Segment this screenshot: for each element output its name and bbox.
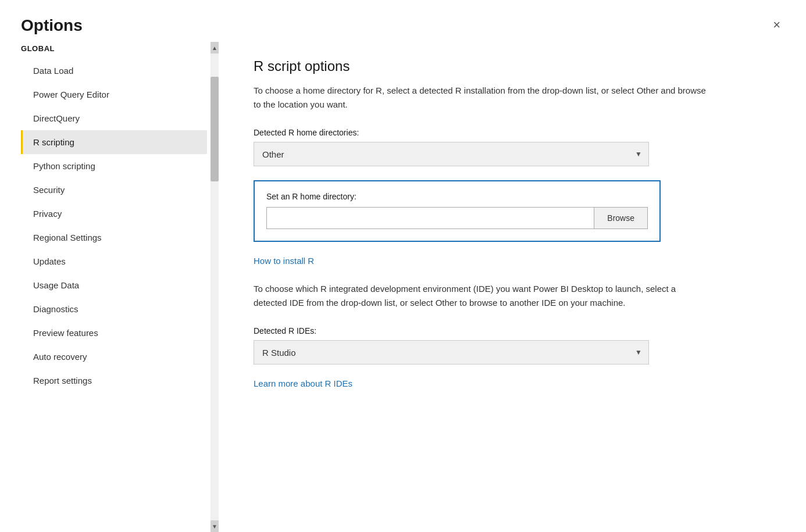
browse-button[interactable]: Browse: [594, 207, 648, 229]
sidebar-item-directquery[interactable]: DirectQuery: [21, 106, 207, 130]
description-text: To choose a home directory for R, select…: [254, 84, 707, 112]
sidebar-item-auto-recovery[interactable]: Auto recovery: [21, 345, 207, 369]
scroll-up-arrow[interactable]: ▲: [211, 42, 219, 53]
sidebar-item-data-load[interactable]: Data Load: [21, 59, 207, 83]
sidebar-item-r-scripting[interactable]: R scripting: [21, 130, 207, 154]
detected-r-ides-label: Detected R IDEs:: [254, 326, 771, 335]
detected-r-home-label: Detected R home directories:: [254, 128, 771, 137]
r-home-input[interactable]: [266, 207, 594, 229]
learn-more-link[interactable]: Learn more about R IDEs: [254, 379, 352, 388]
sidebar-item-updates[interactable]: Updates: [21, 249, 207, 273]
close-button[interactable]: ×: [768, 16, 785, 34]
scrollbar-track: ▲ ▼: [211, 42, 219, 532]
r-home-input-row: Browse: [266, 207, 648, 229]
sidebar-section-label: GLOBAL: [21, 44, 207, 53]
sidebar-item-python-scripting[interactable]: Python scripting: [21, 154, 207, 178]
dialog-header: Options ×: [0, 0, 806, 42]
scrollbar-thumb[interactable]: [211, 77, 219, 181]
main-content: R script options To choose a home direct…: [219, 42, 806, 532]
sidebar-container: GLOBAL Data Load Power Query Editor Dire…: [21, 42, 219, 532]
install-r-link[interactable]: How to install R: [254, 256, 314, 266]
dialog-title: Options: [21, 16, 83, 35]
sidebar: GLOBAL Data Load Power Query Editor Dire…: [21, 42, 207, 392]
sidebar-item-usage-data[interactable]: Usage Data: [21, 273, 207, 297]
set-r-home-label: Set an R home directory:: [266, 192, 648, 201]
scroll-down-arrow[interactable]: ▼: [211, 520, 219, 532]
sidebar-item-preview-features[interactable]: Preview features: [21, 321, 207, 345]
section-title: R script options: [254, 58, 771, 74]
r-home-directory-box: Set an R home directory: Browse: [254, 180, 661, 242]
sidebar-item-diagnostics[interactable]: Diagnostics: [21, 297, 207, 321]
options-dialog: Options × GLOBAL Data Load Power Query E…: [0, 0, 806, 532]
detected-r-home-dropdown-wrapper: Other ▼: [254, 142, 649, 166]
detected-r-home-dropdown[interactable]: Other: [254, 142, 649, 166]
sidebar-item-security[interactable]: Security: [21, 178, 207, 202]
sidebar-item-power-query-editor[interactable]: Power Query Editor: [21, 83, 207, 106]
ide-description: To choose which R integrated development…: [254, 282, 707, 310]
dialog-body: GLOBAL Data Load Power Query Editor Dire…: [0, 42, 806, 532]
detected-r-ides-dropdown[interactable]: R Studio: [254, 340, 649, 365]
sidebar-item-report-settings[interactable]: Report settings: [21, 369, 207, 392]
detected-r-ides-dropdown-wrapper: R Studio ▼: [254, 340, 649, 365]
sidebar-item-regional-settings[interactable]: Regional Settings: [21, 226, 207, 249]
sidebar-item-privacy[interactable]: Privacy: [21, 202, 207, 226]
